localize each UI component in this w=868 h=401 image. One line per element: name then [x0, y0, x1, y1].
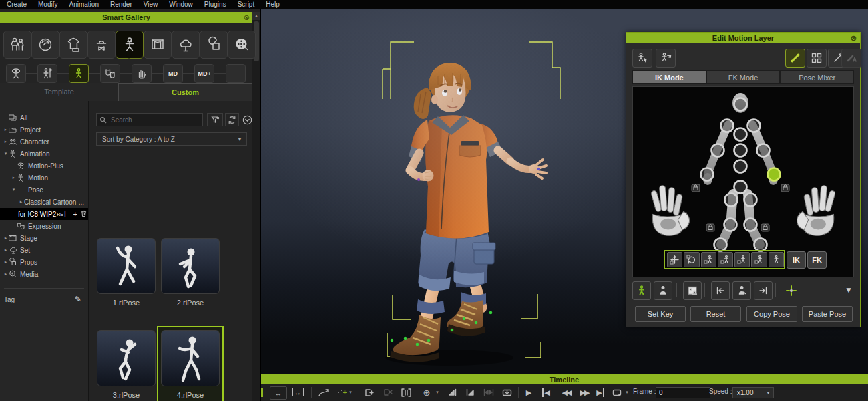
accessory-category-button[interactable] — [87, 31, 116, 59]
menu-help[interactable]: Help — [266, 1, 280, 8]
loop-mode-button[interactable] — [611, 386, 623, 398]
media-category-button[interactable] — [228, 31, 256, 59]
add-icon[interactable]: + — [73, 210, 77, 218]
thumbnail-1[interactable]: 1.rlPose — [97, 238, 156, 307]
reset-button[interactable]: Reset — [690, 306, 741, 322]
trash-icon[interactable] — [81, 210, 87, 219]
expand-range-button[interactable]: ↔ — [290, 386, 306, 398]
empty-tool-slot[interactable] — [226, 64, 246, 83]
speed-dropdown[interactable]: x1.00 ▼ — [732, 387, 774, 398]
tree-item-project[interactable]: ▸ Project — [0, 124, 88, 136]
last-frame-button[interactable]: ▶ — [594, 386, 607, 398]
zoom-in-button[interactable]: ⊕ — [421, 386, 433, 398]
motionplus-tool-button[interactable] — [6, 64, 26, 83]
select-actor-button[interactable] — [632, 49, 652, 68]
tree-item-motion-plus[interactable]: Motion-Plus — [0, 160, 88, 172]
chevron-right-icon[interactable]: ▸ — [3, 271, 9, 277]
frame-input[interactable] — [656, 387, 710, 398]
md-tool-button[interactable]: MD — [163, 64, 183, 83]
tree-item-classical-cartoon[interactable]: ▸ Classical Cartoon-... — [0, 196, 88, 208]
play-button[interactable]: ▶ — [522, 386, 535, 398]
thumbnail-2[interactable]: 2.rlPose — [161, 238, 220, 307]
wardrobe-category-button[interactable] — [59, 31, 87, 59]
right-hand-picker[interactable] — [797, 185, 835, 235]
animation-category-button-active[interactable] — [116, 31, 144, 59]
collapse-button[interactable] — [240, 113, 254, 126]
tree-item-all[interactable]: All — [0, 112, 88, 124]
expression-tool-button[interactable] — [100, 64, 120, 83]
tree-item-character[interactable]: ▸ Character — [0, 136, 88, 148]
tab-fk-mode[interactable]: FK Mode — [706, 70, 781, 84]
menu-view[interactable]: View — [144, 1, 158, 8]
part-mode-button[interactable] — [654, 281, 672, 300]
character-category-button[interactable] — [3, 31, 31, 59]
menu-create[interactable]: Create — [7, 1, 27, 8]
menu-render[interactable]: Render — [110, 1, 132, 8]
chevron-down-icon[interactable]: ▾ — [11, 187, 17, 192]
filter-button[interactable] — [207, 113, 223, 126]
panel-expand-chevron[interactable]: ▼ — [845, 285, 853, 295]
gallery-scrollbar[interactable]: ▲ — [252, 12, 260, 401]
avatar-category-button[interactable] — [31, 31, 59, 59]
add-key-caret[interactable]: ▾ — [347, 386, 354, 398]
move-lock-button[interactable] — [667, 252, 682, 267]
gesture-tool-button[interactable] — [132, 64, 152, 83]
thumbnail-4-selected[interactable]: 4.rlPose — [157, 326, 224, 401]
paste-pose-button[interactable]: Paste Pose — [802, 306, 853, 322]
first-frame-button[interactable]: ◀ — [539, 386, 553, 398]
rotate-actor-button[interactable] — [656, 49, 676, 68]
close-icon[interactable]: ⊗ — [851, 33, 857, 43]
previous-frame-button[interactable]: ◀◀ — [558, 386, 575, 398]
selected-joint-marker[interactable] — [768, 168, 781, 181]
mirror-pose-button[interactable] — [683, 281, 702, 300]
fk-button[interactable]: FK — [807, 251, 827, 269]
tag-row[interactable]: Tag ✎ — [0, 295, 88, 304]
next-pose-button[interactable] — [754, 281, 773, 300]
pose-tool-button-active[interactable] — [69, 64, 89, 83]
edit-pencil-icon[interactable]: ✎ — [75, 295, 81, 304]
transition-button-disabled[interactable] — [481, 386, 497, 398]
next-key-button[interactable] — [463, 386, 477, 398]
tab-template[interactable]: Template — [0, 83, 119, 101]
tree-item-media[interactable]: ▸ Media — [0, 268, 88, 280]
tree-item-animation[interactable]: ▾ Animation — [0, 148, 88, 160]
chevron-right-icon[interactable]: ▸ — [18, 199, 24, 205]
chevron-right-icon[interactable]: ▸ — [3, 259, 9, 265]
left-hand-picker[interactable] — [650, 185, 689, 235]
rotate-lock-button[interactable] — [684, 252, 699, 267]
transition-curve-button[interactable] — [316, 386, 331, 398]
timeline-titlebar[interactable]: Timeline — [260, 374, 868, 385]
motion-tool-button[interactable] — [37, 64, 57, 83]
tab-pose-mixer[interactable]: Pose Mixer — [780, 70, 854, 84]
ik-button[interactable]: IK — [787, 251, 806, 269]
loop-capture-button[interactable] — [499, 386, 514, 398]
chevron-right-icon[interactable]: ▸ — [3, 127, 9, 132]
lock-body-4-button[interactable] — [751, 252, 767, 267]
chevron-right-icon[interactable]: ▸ — [3, 139, 9, 144]
tab-ik-mode[interactable]: IK Mode — [632, 70, 706, 84]
tree-item-motion[interactable]: ▸ Motion — [0, 172, 88, 184]
bone-label-button-disabled[interactable] — [841, 49, 861, 68]
tree-item-set[interactable]: ▸ Set — [0, 244, 88, 256]
loop-caret[interactable]: ▾ — [624, 386, 630, 398]
close-icon[interactable]: ⊗ — [244, 12, 250, 23]
tree-item-expression[interactable]: Expression — [0, 220, 88, 232]
menu-window[interactable]: Window — [169, 1, 193, 8]
tree-item-pose[interactable]: ▾ Pose — [0, 184, 88, 196]
set-category-button[interactable] — [172, 31, 200, 59]
remove-clip-button-disabled[interactable] — [381, 386, 395, 398]
add-clip-button[interactable] — [362, 386, 377, 398]
menu-animation[interactable]: Animation — [69, 1, 98, 8]
scroll-up-icon[interactable]: ▲ — [252, 12, 260, 20]
menu-script[interactable]: Script — [238, 1, 255, 8]
lock-body-5-button[interactable] — [769, 252, 784, 267]
body-part-picker[interactable]: IK FK — [632, 86, 854, 277]
lock-body-3-button[interactable] — [734, 252, 750, 267]
zoom-caret[interactable]: ▾ — [434, 386, 441, 398]
motion-layer-titlebar[interactable]: Edit Motion Layer ⊗ — [626, 33, 860, 43]
chevron-down-icon[interactable]: ▾ — [3, 151, 9, 156]
chevron-right-icon[interactable]: ▸ — [3, 235, 9, 241]
props-category-button[interactable] — [200, 31, 228, 59]
tab-custom[interactable]: Custom — [118, 83, 252, 101]
tree-item-props[interactable]: ▸ Props — [0, 256, 88, 268]
